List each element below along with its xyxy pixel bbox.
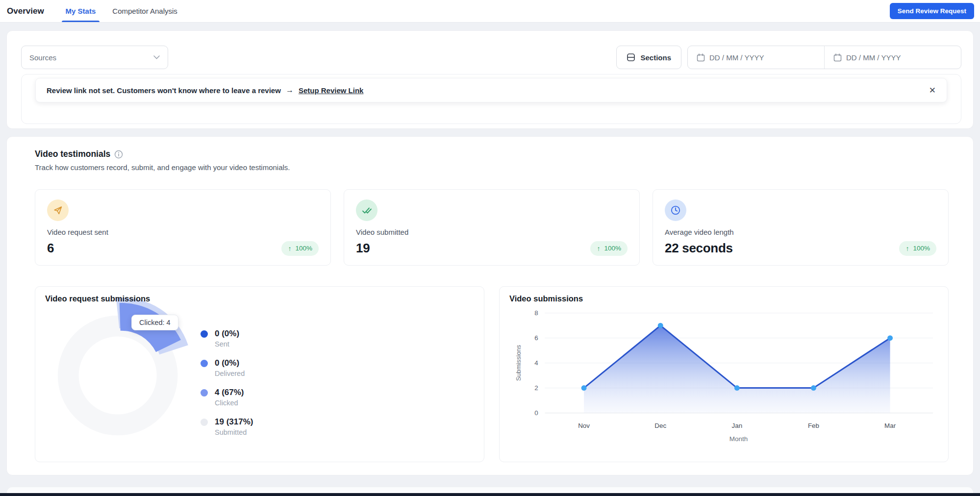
end-date-placeholder: DD / MM / YYYY	[846, 53, 901, 62]
svg-text:Jan: Jan	[732, 422, 743, 429]
stat-change-value: 100%	[604, 245, 621, 252]
calendar-icon	[697, 53, 705, 62]
svg-text:2: 2	[534, 384, 538, 392]
stat-label: Video submitted	[356, 228, 628, 236]
sources-dropdown[interactable]: Sources	[21, 46, 168, 69]
legend-value: 0 (0%)	[215, 358, 239, 368]
video-testimonials-card: Video testimonials Track how customers r…	[6, 136, 974, 475]
stat-change-badge: ↑ 100%	[899, 241, 936, 256]
stat-card-average-video-length: Average video length 22 seconds ↑ 100%	[653, 189, 949, 266]
legend-dot	[201, 330, 208, 338]
stat-value: 19	[356, 241, 370, 256]
info-icon[interactable]	[114, 150, 123, 159]
active-tab-underline	[62, 21, 100, 22]
sources-dropdown-label: Sources	[29, 53, 56, 62]
review-link-alert-banner: Review link not set. Customers won't kno…	[35, 78, 947, 102]
stat-change-badge: ↑ 100%	[590, 241, 628, 256]
stat-card-video-request-sent: Video request sent 6 ↑ 100%	[35, 189, 331, 266]
legend-label: Delivered	[215, 370, 253, 377]
up-arrow-icon: ↑	[597, 245, 600, 252]
y-axis-label: Submissions	[515, 333, 522, 394]
section-head: Video testimonials Track how customers r…	[35, 149, 290, 172]
chart-title: Video request submissions	[45, 294, 150, 303]
review-link-alert: Review link not set. Customers won't kno…	[21, 74, 961, 124]
donut-chart[interactable]	[35, 287, 484, 462]
section-subtitle: Track how customers record, submit, and …	[35, 163, 290, 172]
svg-text:Feb: Feb	[808, 422, 819, 429]
svg-text:Nov: Nov	[578, 422, 590, 429]
bottom-bar	[0, 493, 980, 496]
legend-item: 0 (0%)Sent	[201, 329, 253, 348]
sections-icon	[627, 53, 635, 62]
stat-card-video-submitted: Video submitted 19 ↑ 100%	[344, 189, 640, 266]
sections-button-label: Sections	[640, 53, 671, 62]
send-review-request-button[interactable]: Send Review Request	[890, 3, 974, 19]
legend-dot	[201, 360, 208, 367]
chart-card-video-submissions: Video submissions Submissions 02468NovDe…	[499, 286, 949, 462]
legend-item: 19 (317%)Submitted	[201, 417, 253, 436]
tab-competitor-analysis-label: Competitor Analysis	[112, 7, 177, 15]
calendar-icon	[833, 53, 842, 62]
legend-label: Sent	[215, 340, 253, 348]
page-title: Overview	[7, 0, 44, 22]
legend-label: Clicked	[215, 399, 253, 407]
stat-label: Video request sent	[47, 228, 319, 236]
stat-change-value: 100%	[913, 245, 930, 252]
svg-text:8: 8	[534, 309, 538, 317]
date-range-group: DD / MM / YYYY DD / MM / YYYY	[687, 46, 961, 69]
double-check-icon	[356, 199, 377, 221]
donut-legend: 0 (0%)Sent0 (0%)Delivered4 (67%)Clicked1…	[201, 329, 253, 446]
arrow-right-icon: →	[286, 86, 294, 95]
tab-competitor-analysis[interactable]: Competitor Analysis	[110, 0, 179, 22]
legend-item: 0 (0%)Delivered	[201, 358, 253, 377]
filter-row: Sources Sections DD / MM / YYYY	[21, 46, 961, 69]
legend-item: 4 (67%)Clicked	[201, 388, 253, 407]
start-date-placeholder: DD / MM / YYYY	[709, 53, 764, 62]
send-icon	[47, 199, 69, 221]
stat-value: 22 seconds	[665, 241, 733, 256]
tab-my-stats-label: My Stats	[66, 7, 96, 15]
svg-text:6: 6	[534, 334, 538, 342]
tab-my-stats[interactable]: My Stats	[64, 0, 98, 22]
svg-text:0: 0	[534, 409, 538, 417]
section-title: Video testimonials	[35, 149, 110, 159]
legend-dot	[201, 389, 208, 397]
top-nav: Overview My Stats Competitor Analysis Se…	[0, 0, 980, 23]
x-axis-label: Month	[544, 435, 933, 443]
filters-card: Sources Sections DD / MM / YYYY	[6, 30, 974, 129]
up-arrow-icon: ↑	[905, 245, 909, 252]
legend-value: 19 (317%)	[215, 417, 253, 427]
stat-value: 6	[47, 241, 54, 256]
legend-dot	[201, 419, 208, 426]
start-date-input[interactable]: DD / MM / YYYY	[688, 46, 824, 69]
legend-label: Submitted	[215, 428, 253, 436]
end-date-input[interactable]: DD / MM / YYYY	[825, 46, 961, 69]
up-arrow-icon: ↑	[288, 245, 291, 252]
stat-label: Average video length	[665, 228, 936, 236]
legend-value: 0 (0%)	[215, 329, 239, 339]
stat-change-value: 100%	[295, 245, 312, 252]
setup-review-link[interactable]: Setup Review Link	[299, 86, 364, 95]
charts-row: Video request submissions Clicked: 4 0 (…	[35, 286, 949, 462]
svg-text:4: 4	[534, 359, 538, 367]
close-icon[interactable]: ✕	[929, 86, 936, 95]
stat-change-badge: ↑ 100%	[281, 241, 319, 256]
legend-value: 4 (67%)	[215, 388, 244, 397]
clock-icon	[665, 199, 686, 221]
stats-row: Video request sent 6 ↑ 100% Video submit…	[35, 189, 949, 266]
chevron-down-icon	[153, 55, 160, 59]
svg-text:Mar: Mar	[884, 422, 896, 429]
sections-button[interactable]: Sections	[616, 46, 681, 69]
chart-card-video-request-submissions: Video request submissions Clicked: 4 0 (…	[35, 286, 484, 462]
chart-tooltip: Clicked: 4	[131, 315, 178, 330]
header-spacer	[192, 0, 890, 22]
alert-message: Review link not set. Customers won't kno…	[47, 86, 281, 95]
svg-text:Dec: Dec	[654, 422, 666, 429]
chart-title: Video submissions	[509, 294, 583, 303]
